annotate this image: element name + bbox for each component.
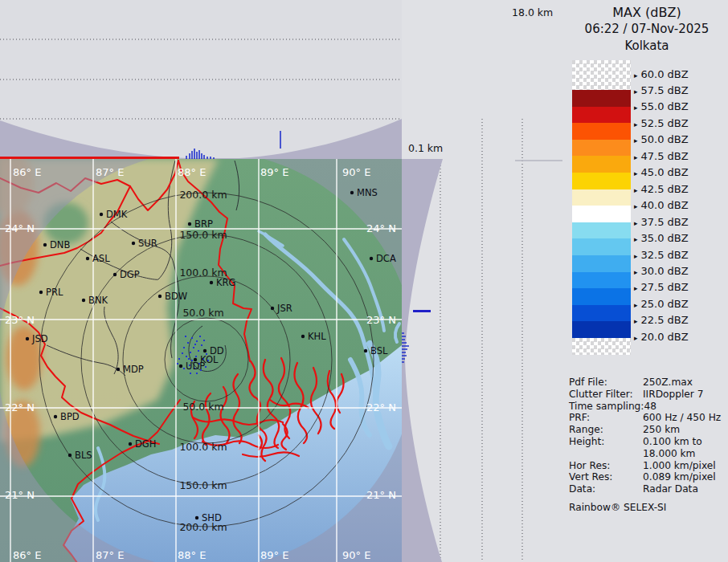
dbz-band — [572, 60, 631, 90]
product-metadata-block: Pdf File:250Z.maxClutter Filter:IIRDoppl… — [569, 377, 728, 514]
station-dot — [39, 291, 43, 294]
echo-pixel — [194, 344, 196, 345]
station-label: PRL — [46, 287, 63, 298]
echo-height-spikes — [186, 131, 280, 159]
dbz-scale-label: ▸47.5 dBZ — [634, 150, 689, 162]
echo-pixel — [193, 347, 194, 348]
echo-pixel — [186, 356, 187, 357]
station-dot — [117, 368, 120, 371]
scale-arrow-icon: ▸ — [634, 301, 638, 309]
station-dot — [179, 364, 182, 368]
longitude-label: 86° E — [13, 166, 41, 178]
metadata-label: Vert Res: — [569, 471, 643, 483]
station-dot — [188, 222, 191, 226]
metadata-value: 0.100 km to — [643, 436, 702, 448]
dbz-scale-label: ▸27.5 dBZ — [634, 281, 689, 293]
dbz-value-label: 45.0 dBZ — [641, 166, 689, 178]
range-ring-label: 100.0 km — [179, 441, 227, 453]
station-label: DGH — [135, 438, 156, 450]
software-signature: Rainbow® SELEX-SI — [569, 502, 728, 514]
scale-arrow-icon: ▸ — [634, 136, 638, 145]
dbz-scale-label: ▸52.5 dBZ — [634, 117, 689, 129]
station-dot — [301, 335, 305, 338]
metadata-row: Height:0.100 km to — [569, 436, 728, 448]
product-name: MAX (dBZ) — [530, 4, 728, 21]
echo-pixel — [201, 344, 202, 346]
dbz-scale-label: ▸20.0 dBZ — [634, 331, 689, 343]
radar-map-panel: 200.0 km150.0 km100.0 km50.0 km50.0 km10… — [0, 159, 402, 562]
station-label: DMK — [106, 209, 128, 220]
dbz-band — [572, 90, 631, 107]
station-label: BNK — [88, 295, 108, 306]
station-label: BDW — [165, 291, 187, 302]
dbz-scale-label: ▸37.5 dBZ — [634, 216, 689, 228]
metadata-row: PRF:600 Hz / 450 Hz — [569, 412, 728, 424]
dbz-value-label: 37.5 dBZ — [641, 216, 689, 228]
metadata-value: 48 — [644, 401, 656, 413]
scale-arrow-icon: ▸ — [634, 284, 638, 292]
echo-pixel — [188, 358, 190, 360]
scan-datetime: 06:22 / 07-Nov-2025 — [530, 21, 728, 38]
station-label: JSD — [31, 333, 48, 344]
dbz-scale-label: ▸57.5 dBZ — [634, 84, 689, 96]
metadata-row: Clutter Filter:IIRDoppler 7 — [569, 389, 728, 401]
station-label: DGP — [120, 269, 140, 280]
metadata-label — [569, 448, 643, 460]
metadata-label: Pdf File: — [569, 377, 643, 389]
echo-pixel — [198, 350, 199, 352]
dbz-band — [572, 156, 631, 173]
longitude-label: 88° E — [178, 166, 206, 178]
dbz-scale-label: ▸22.5 dBZ — [634, 314, 689, 326]
dbz-scale-label: ▸60.0 dBZ — [634, 68, 689, 80]
longitude-label: 89° E — [260, 549, 288, 561]
station-dot — [195, 516, 198, 519]
range-ring-label: 150.0 km — [179, 229, 227, 241]
longitude-label: 89° E — [260, 166, 288, 178]
metadata-value: 0.089 km/pixel — [643, 471, 716, 483]
range-ring-label: 50.0 km — [182, 401, 223, 413]
echo-profile-spikes — [186, 149, 214, 159]
metadata-label: PRF: — [569, 412, 643, 424]
dbz-value-label: 50.0 dBZ — [641, 133, 689, 145]
echo-pixel — [183, 368, 185, 369]
metadata-value: 1.000 km/pixel — [643, 460, 716, 472]
product-title-block: MAX (dBZ) 06:22 / 07-Nov-2025 Kolkata — [530, 4, 728, 55]
scale-arrow-icon: ▸ — [634, 268, 638, 276]
dbz-band — [572, 238, 631, 255]
echo-height-dash — [413, 310, 431, 312]
station-label: DCA — [376, 253, 396, 264]
dbz-band — [572, 288, 631, 305]
station-dot — [113, 273, 117, 276]
station-label: BLS — [75, 450, 92, 461]
station-dot — [43, 243, 47, 246]
radar-map: 200.0 km150.0 km100.0 km50.0 km50.0 km10… — [0, 159, 402, 562]
scale-arrow-icon: ▸ — [634, 219, 638, 227]
station-label: MDP — [123, 364, 144, 375]
metadata-value: 600 Hz / 450 Hz — [643, 412, 721, 424]
station-label: KRG — [216, 277, 235, 288]
echo-pixel — [199, 336, 201, 337]
scale-arrow-icon: ▸ — [634, 120, 638, 128]
latitude-label: 23° N — [366, 314, 396, 326]
dbz-value-label: 60.0 dBZ — [641, 68, 689, 80]
scale-arrow-icon: ▸ — [634, 169, 638, 177]
echo-pixel — [196, 373, 198, 374]
station-dot — [68, 454, 72, 457]
dbz-value-label: 25.0 dBZ — [641, 298, 689, 310]
echo-pixel — [190, 373, 191, 374]
scale-arrow-icon: ▸ — [634, 252, 638, 260]
station-dot — [364, 349, 367, 352]
dbz-band — [572, 173, 631, 189]
echo-pixel — [196, 340, 198, 342]
dbz-value-label: 57.5 dBZ — [641, 84, 689, 96]
dbz-scale-label: ▸25.0 dBZ — [634, 298, 689, 310]
station-dot — [100, 213, 103, 216]
dbz-scale-label: ▸42.5 dBZ — [634, 183, 689, 195]
station-label: UDP — [186, 360, 205, 372]
station-dot — [271, 307, 274, 310]
station-label: SUR — [138, 238, 157, 249]
height-axis-min-label: 0.1 km — [408, 142, 443, 154]
dbz-band — [572, 338, 631, 355]
dbz-band — [572, 189, 631, 206]
metadata-row: Data:Radar Data — [569, 483, 728, 495]
